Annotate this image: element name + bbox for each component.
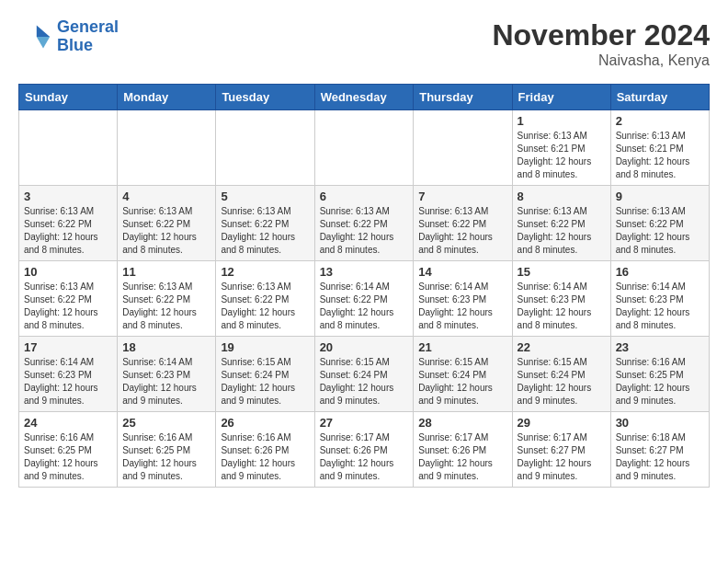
day-number: 24 — [24, 416, 112, 430]
weekday-header-row: SundayMondayTuesdayWednesdayThursdayFrid… — [19, 85, 710, 110]
calendar-cell: 25Sunrise: 6:16 AM Sunset: 6:25 PM Dayli… — [118, 412, 216, 488]
day-info: Sunrise: 6:16 AM Sunset: 6:25 PM Dayligh… — [122, 431, 210, 483]
weekday-header: Tuesday — [216, 85, 314, 110]
calendar-week-row: 24Sunrise: 6:16 AM Sunset: 6:25 PM Dayli… — [19, 412, 710, 488]
weekday-header: Sunday — [19, 85, 118, 110]
day-number: 28 — [418, 416, 506, 430]
calendar-cell: 16Sunrise: 6:14 AM Sunset: 6:23 PM Dayli… — [610, 261, 709, 337]
calendar-week-row: 17Sunrise: 6:14 AM Sunset: 6:23 PM Dayli… — [19, 337, 710, 412]
day-info: Sunrise: 6:15 AM Sunset: 6:24 PM Dayligh… — [320, 356, 409, 408]
calendar-cell — [414, 110, 512, 186]
svg-marker-1 — [37, 37, 50, 49]
calendar-cell: 18Sunrise: 6:14 AM Sunset: 6:23 PM Dayli… — [118, 337, 216, 412]
day-info: Sunrise: 6:16 AM Sunset: 6:26 PM Dayligh… — [221, 431, 309, 483]
calendar: SundayMondayTuesdayWednesdayThursdayFrid… — [18, 84, 710, 488]
day-number: 11 — [122, 265, 210, 279]
day-info: Sunrise: 6:15 AM Sunset: 6:24 PM Dayligh… — [418, 356, 506, 408]
day-info: Sunrise: 6:14 AM Sunset: 6:23 PM Dayligh… — [518, 281, 606, 332]
weekday-header: Saturday — [610, 85, 709, 110]
calendar-cell: 21Sunrise: 6:15 AM Sunset: 6:24 PM Dayli… — [414, 337, 512, 412]
weekday-header: Wednesday — [314, 85, 414, 110]
day-number: 19 — [221, 340, 309, 354]
calendar-week-row: 10Sunrise: 6:13 AM Sunset: 6:22 PM Dayli… — [19, 261, 710, 337]
day-info: Sunrise: 6:13 AM Sunset: 6:22 PM Dayligh… — [616, 205, 704, 257]
page-header: General Blue November 2024 Naivasha, Ken… — [18, 18, 710, 69]
day-number: 29 — [518, 416, 606, 430]
calendar-cell: 20Sunrise: 6:15 AM Sunset: 6:24 PM Dayli… — [314, 337, 414, 412]
day-info: Sunrise: 6:16 AM Sunset: 6:25 PM Dayligh… — [24, 431, 112, 483]
day-info: Sunrise: 6:13 AM Sunset: 6:21 PM Dayligh… — [518, 130, 606, 181]
day-number: 13 — [320, 265, 409, 279]
calendar-cell: 10Sunrise: 6:13 AM Sunset: 6:22 PM Dayli… — [19, 261, 118, 337]
calendar-cell: 28Sunrise: 6:17 AM Sunset: 6:26 PM Dayli… — [414, 412, 512, 488]
day-number: 1 — [518, 114, 606, 128]
calendar-cell: 4Sunrise: 6:13 AM Sunset: 6:22 PM Daylig… — [118, 186, 216, 261]
calendar-cell: 24Sunrise: 6:16 AM Sunset: 6:25 PM Dayli… — [19, 412, 118, 488]
calendar-cell: 29Sunrise: 6:17 AM Sunset: 6:27 PM Dayli… — [512, 412, 610, 488]
day-number: 10 — [24, 265, 112, 279]
location: Naivasha, Kenya — [492, 52, 710, 69]
calendar-cell: 3Sunrise: 6:13 AM Sunset: 6:22 PM Daylig… — [19, 186, 118, 261]
day-number: 21 — [418, 340, 506, 354]
day-info: Sunrise: 6:15 AM Sunset: 6:24 PM Dayligh… — [518, 356, 606, 408]
day-info: Sunrise: 6:18 AM Sunset: 6:27 PM Dayligh… — [616, 431, 704, 483]
day-number: 2 — [616, 114, 704, 128]
calendar-cell: 22Sunrise: 6:15 AM Sunset: 6:24 PM Dayli… — [512, 337, 610, 412]
calendar-cell: 2Sunrise: 6:13 AM Sunset: 6:21 PM Daylig… — [610, 110, 709, 186]
weekday-header: Thursday — [414, 85, 512, 110]
day-number: 15 — [518, 265, 606, 279]
logo-icon — [18, 20, 51, 53]
month-title: November 2024 — [492, 18, 710, 52]
calendar-week-row: 3Sunrise: 6:13 AM Sunset: 6:22 PM Daylig… — [19, 186, 710, 261]
calendar-cell — [314, 110, 414, 186]
calendar-cell: 23Sunrise: 6:16 AM Sunset: 6:25 PM Dayli… — [610, 337, 709, 412]
day-number: 6 — [320, 190, 409, 203]
day-number: 9 — [616, 190, 704, 203]
day-info: Sunrise: 6:13 AM Sunset: 6:22 PM Dayligh… — [24, 205, 112, 257]
day-number: 25 — [122, 416, 210, 430]
calendar-cell: 9Sunrise: 6:13 AM Sunset: 6:22 PM Daylig… — [610, 186, 709, 261]
calendar-cell — [118, 110, 216, 186]
weekday-header: Friday — [512, 85, 610, 110]
day-info: Sunrise: 6:14 AM Sunset: 6:23 PM Dayligh… — [24, 356, 112, 408]
calendar-cell: 11Sunrise: 6:13 AM Sunset: 6:22 PM Dayli… — [118, 261, 216, 337]
day-number: 17 — [24, 340, 112, 354]
calendar-week-row: 1Sunrise: 6:13 AM Sunset: 6:21 PM Daylig… — [19, 110, 710, 186]
calendar-cell: 7Sunrise: 6:13 AM Sunset: 6:22 PM Daylig… — [414, 186, 512, 261]
day-info: Sunrise: 6:13 AM Sunset: 6:21 PM Dayligh… — [616, 130, 704, 181]
day-info: Sunrise: 6:13 AM Sunset: 6:22 PM Dayligh… — [221, 281, 309, 332]
day-info: Sunrise: 6:17 AM Sunset: 6:26 PM Dayligh… — [418, 431, 506, 483]
calendar-cell: 15Sunrise: 6:14 AM Sunset: 6:23 PM Dayli… — [512, 261, 610, 337]
calendar-cell: 8Sunrise: 6:13 AM Sunset: 6:22 PM Daylig… — [512, 186, 610, 261]
day-info: Sunrise: 6:14 AM Sunset: 6:23 PM Dayligh… — [122, 356, 210, 408]
day-info: Sunrise: 6:14 AM Sunset: 6:22 PM Dayligh… — [320, 281, 409, 332]
calendar-cell: 26Sunrise: 6:16 AM Sunset: 6:26 PM Dayli… — [216, 412, 314, 488]
calendar-cell: 6Sunrise: 6:13 AM Sunset: 6:22 PM Daylig… — [314, 186, 414, 261]
calendar-cell: 19Sunrise: 6:15 AM Sunset: 6:24 PM Dayli… — [216, 337, 314, 412]
calendar-cell: 27Sunrise: 6:17 AM Sunset: 6:26 PM Dayli… — [314, 412, 414, 488]
day-info: Sunrise: 6:13 AM Sunset: 6:22 PM Dayligh… — [24, 281, 112, 332]
svg-marker-0 — [37, 25, 50, 37]
day-number: 14 — [418, 265, 506, 279]
day-info: Sunrise: 6:15 AM Sunset: 6:24 PM Dayligh… — [221, 356, 309, 408]
calendar-cell: 12Sunrise: 6:13 AM Sunset: 6:22 PM Dayli… — [216, 261, 314, 337]
day-number: 3 — [24, 190, 112, 203]
day-number: 27 — [320, 416, 409, 430]
day-number: 23 — [616, 340, 704, 354]
calendar-cell — [216, 110, 314, 186]
day-number: 26 — [221, 416, 309, 430]
logo-text: General Blue — [57, 18, 119, 55]
day-info: Sunrise: 6:13 AM Sunset: 6:22 PM Dayligh… — [518, 205, 606, 257]
day-number: 7 — [418, 190, 506, 203]
day-info: Sunrise: 6:13 AM Sunset: 6:22 PM Dayligh… — [221, 205, 309, 257]
day-info: Sunrise: 6:16 AM Sunset: 6:25 PM Dayligh… — [616, 356, 704, 408]
day-number: 12 — [221, 265, 309, 279]
day-info: Sunrise: 6:13 AM Sunset: 6:22 PM Dayligh… — [122, 205, 210, 257]
day-number: 18 — [122, 340, 210, 354]
day-number: 16 — [616, 265, 704, 279]
calendar-cell: 14Sunrise: 6:14 AM Sunset: 6:23 PM Dayli… — [414, 261, 512, 337]
day-number: 20 — [320, 340, 409, 354]
calendar-cell: 13Sunrise: 6:14 AM Sunset: 6:22 PM Dayli… — [314, 261, 414, 337]
logo: General Blue — [18, 18, 119, 55]
day-number: 30 — [616, 416, 704, 430]
